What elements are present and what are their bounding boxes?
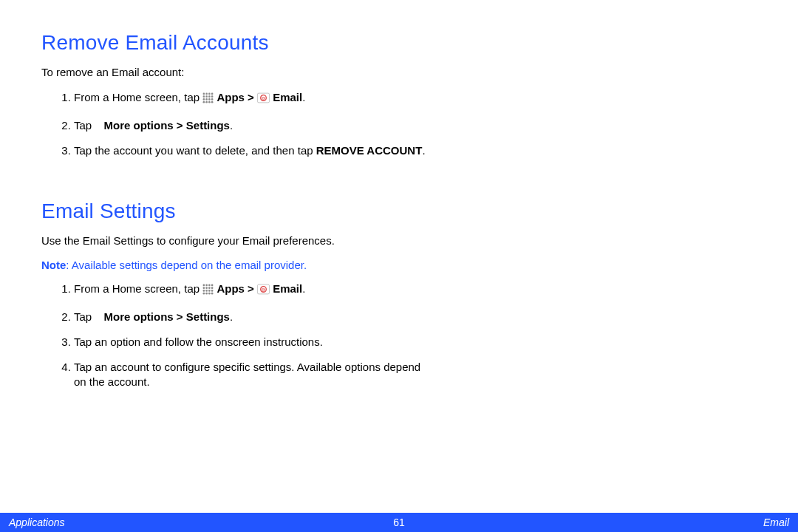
step-text: Tap [74, 310, 95, 323]
svg-text:@: @ [262, 96, 266, 100]
page-footer: Applications 61 Email [0, 513, 798, 532]
svg-point-10 [208, 98, 211, 100]
step-3: Tap the account you want to delete, and … [74, 143, 429, 158]
svg-point-28 [206, 290, 208, 292]
intro-remove: To remove an Email account: [41, 65, 757, 80]
svg-point-33 [208, 293, 211, 295]
svg-point-23 [203, 287, 205, 290]
steps-remove: From a Home screen, tap Apps > @ [41, 90, 757, 158]
footer-left: Applications [9, 516, 65, 528]
email-label: Email [273, 91, 302, 103]
svg-point-15 [211, 101, 214, 103]
svg-point-8 [203, 98, 205, 100]
remove-account-label: REMOVE ACCOUNT [316, 144, 423, 157]
note-text: : Available settings depend on the email… [66, 259, 307, 271]
svg-point-24 [206, 287, 208, 290]
svg-point-1 [206, 93, 208, 95]
more-options-label: More options > Settings [104, 310, 230, 323]
period: . [230, 119, 233, 132]
svg-point-7 [211, 96, 214, 98]
svg-point-32 [206, 293, 208, 295]
apps-icon [202, 284, 214, 299]
note-line: Note: Available settings depend on the e… [41, 259, 757, 271]
step-2: Tap More options > Settings. [74, 118, 429, 133]
step-text: Tap the account you want to delete, and … [74, 144, 316, 157]
svg-text:@: @ [262, 287, 266, 292]
svg-point-2 [208, 93, 211, 95]
svg-point-27 [203, 290, 205, 292]
step-text: From a Home screen, tap [74, 91, 202, 103]
heading-remove-email-accounts: Remove Email Accounts [41, 31, 757, 55]
period: . [302, 282, 305, 295]
step-text: Tap [74, 119, 95, 132]
page-content: Remove Email Accounts To remove an Email… [0, 0, 798, 390]
step-2: Tap More options > Settings. [74, 310, 429, 324]
svg-point-21 [208, 284, 211, 287]
step-1: From a Home screen, tap Apps > @ [74, 90, 429, 107]
svg-point-4 [203, 96, 205, 98]
step-3: Tap an option and follow the onscreen in… [74, 335, 429, 349]
svg-point-19 [203, 284, 205, 287]
email-icon: @ [257, 284, 270, 299]
heading-email-settings: Email Settings [41, 200, 757, 223]
step-text: From a Home screen, tap [74, 282, 202, 295]
step-text: Tap an option and follow the onscreen in… [74, 335, 323, 348]
svg-point-12 [203, 101, 205, 103]
svg-point-22 [211, 284, 214, 287]
period: . [230, 310, 233, 323]
svg-point-14 [208, 101, 211, 103]
steps-settings: From a Home screen, tap Apps > @ [41, 282, 757, 389]
period: . [422, 144, 425, 157]
svg-point-13 [206, 101, 208, 103]
apps-label: Apps > [216, 91, 257, 103]
period: . [302, 91, 305, 103]
svg-point-30 [211, 290, 214, 292]
svg-point-26 [211, 287, 214, 290]
step-4: Tap an account to configure specific set… [74, 360, 429, 390]
svg-point-34 [211, 293, 214, 295]
svg-point-0 [203, 93, 205, 95]
svg-point-5 [206, 96, 208, 98]
step-text: Tap an account to configure specific set… [74, 361, 420, 388]
email-icon: @ [257, 92, 270, 107]
svg-point-6 [208, 96, 211, 98]
svg-point-31 [203, 293, 205, 295]
footer-right: Email [763, 516, 789, 528]
intro-settings: Use the Email Settings to configure your… [41, 233, 381, 248]
apps-icon [202, 92, 214, 107]
svg-point-9 [206, 98, 208, 100]
svg-point-20 [206, 284, 208, 287]
step-1: From a Home screen, tap Apps > @ [74, 282, 429, 299]
svg-point-11 [211, 98, 214, 100]
svg-point-25 [208, 287, 211, 290]
email-label: Email [273, 282, 302, 295]
svg-point-29 [208, 290, 211, 292]
note-label: Note [41, 259, 66, 271]
more-options-label: More options > Settings [104, 119, 230, 132]
footer-page-number: 61 [0, 516, 798, 528]
apps-label: Apps > [216, 282, 257, 295]
svg-point-3 [211, 93, 214, 95]
